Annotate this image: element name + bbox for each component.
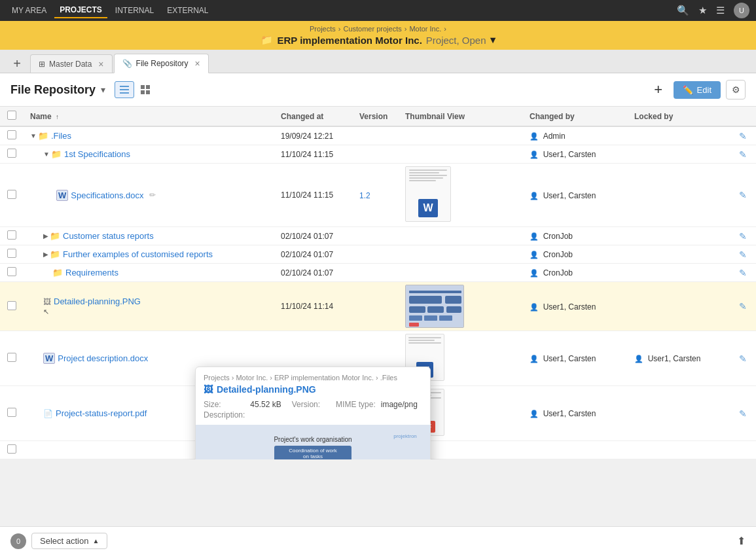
file-link[interactable]: 1st Specifications — [64, 149, 130, 159]
user-person-icon: 👤 — [530, 410, 539, 418]
admin-user-icon: 👤 — [530, 269, 539, 277]
row-checkbox[interactable] — [7, 249, 16, 258]
breadcrumb-path: Projects › Customer projects › Motor Inc… — [310, 25, 446, 33]
file-link[interactable]: Specifications.docx — [71, 190, 143, 200]
row-checkbox[interactable] — [7, 301, 16, 310]
pdf-file-icon: 📄 — [43, 409, 53, 418]
avatar[interactable]: U — [734, 3, 749, 18]
breadcrumb-customer-projects[interactable]: Customer projects — [343, 25, 401, 33]
breadcrumb-motor-inc[interactable]: Motor Inc. — [409, 25, 441, 33]
chevron-down-icon: ▾ — [490, 34, 495, 46]
svg-rect-15 — [424, 315, 437, 321]
row-edit-button[interactable]: ✎ — [739, 408, 747, 419]
repo-header: File Repository ▾ + ✏️ Edit ⚙ — [0, 73, 756, 107]
breadcrumb-projects[interactable]: Projects — [310, 25, 336, 33]
breadcrumb-sep2: › — [405, 25, 407, 33]
file-link[interactable]: .Files — [51, 131, 71, 141]
row-edit-button[interactable]: ✎ — [739, 353, 747, 364]
folder-icon: 📁 — [50, 249, 60, 259]
project-subtitle: Project, Open — [426, 35, 486, 46]
row-edit-button[interactable]: ✎ — [739, 231, 747, 242]
header-checkbox[interactable] — [7, 111, 16, 120]
row-edit-button[interactable]: ✎ — [739, 249, 747, 260]
col-header-check[interactable] — [0, 107, 24, 126]
nav-external[interactable]: EXTERNAL — [162, 3, 213, 18]
file-link[interactable]: Further examples of customised reports — [63, 249, 213, 259]
row-checkbox[interactable] — [7, 149, 16, 158]
col-header-thumbnail: Thumbnail View — [399, 107, 523, 126]
row-checkbox[interactable] — [7, 353, 16, 362]
col-thumbnail-label: Thumbnail View — [405, 112, 465, 121]
list-view-icon[interactable] — [115, 81, 134, 98]
svg-rect-0 — [120, 86, 129, 87]
svg-text:Coordination of work: Coordination of work — [289, 448, 337, 454]
svg-text:on tasks: on tasks — [303, 454, 323, 459]
table-row: ▶ 📁 Further examples of customised repor… — [0, 245, 756, 264]
row-checkbox[interactable] — [7, 230, 16, 240]
row-edit-button[interactable]: ✎ — [739, 301, 747, 312]
col-header-name[interactable]: Name ↑ — [24, 107, 274, 126]
row-edit-button[interactable]: ✎ — [739, 131, 747, 141]
tooltip-mime-value: image/png — [381, 400, 418, 409]
col-changed-at-label: Changed at — [281, 112, 323, 121]
tooltip-filename[interactable]: 🖼 Detailed-planning.PNG — [204, 384, 422, 395]
row-checkbox[interactable] — [7, 408, 16, 417]
svg-rect-6 — [146, 90, 150, 94]
tab-file-repository[interactable]: 📎 File Repository × — [114, 54, 209, 73]
tab-file-repository-close[interactable]: × — [195, 58, 200, 69]
file-link[interactable]: Requirements — [65, 268, 118, 278]
nav-projects[interactable]: PROJECTS — [54, 3, 107, 18]
col-header-changed-at[interactable]: Changed at — [274, 107, 353, 126]
tab-master-data-label: Master Data — [49, 60, 92, 69]
folder-expand-icon[interactable]: ▼ — [30, 132, 37, 139]
star-icon[interactable]: ★ — [698, 5, 707, 16]
tab-master-data-icon: ⊞ — [39, 60, 45, 69]
user-person-icon: 👤 — [530, 151, 539, 158]
admin-user-icon: 👤 — [530, 132, 539, 140]
tab-file-repository-label: File Repository — [136, 59, 189, 68]
tooltip-meta: Size: 45.52 kB Version: MIME type: image… — [196, 399, 430, 425]
nav-internal[interactable]: INTERNAL — [110, 3, 159, 18]
svg-rect-10 — [445, 296, 461, 304]
breadcrumb-bar: Projects › Customer projects › Motor Inc… — [0, 21, 756, 50]
edit-button[interactable]: ✏️ Edit — [674, 81, 721, 99]
edit-pencil-icon[interactable]: ✏ — [149, 190, 156, 200]
repo-title-chevron-icon[interactable]: ▾ — [101, 84, 105, 95]
tab-add-button[interactable]: + — [8, 54, 26, 73]
changed-by-text: CronJob — [543, 268, 573, 278]
breadcrumb-sep3: › — [444, 25, 446, 33]
file-link[interactable]: Detailed-planning.PNG — [54, 296, 141, 306]
folder-collapse-icon[interactable]: ▶ — [43, 232, 48, 240]
svg-rect-5 — [141, 90, 145, 94]
col-header-locked-by: Locked by — [628, 107, 732, 126]
folder-collapse-icon[interactable]: ▶ — [43, 251, 48, 258]
tab-master-data-close[interactable]: × — [98, 59, 103, 69]
breadcrumb-title[interactable]: 📁 ERP implementation Motor Inc. Project,… — [261, 34, 495, 46]
file-link[interactable]: Project description.docx — [58, 353, 148, 363]
menu-icon[interactable]: ☰ — [716, 5, 725, 16]
grid-view-icon[interactable] — [135, 81, 155, 98]
add-item-button[interactable]: + — [649, 80, 668, 99]
tab-master-data[interactable]: ⊞ Master Data × — [30, 54, 113, 73]
changed-by-text: User1, Carsten — [543, 409, 596, 418]
row-checkbox[interactable] — [7, 267, 16, 276]
svg-text:Project's work organisation: Project's work organisation — [274, 436, 351, 443]
row-edit-button[interactable]: ✎ — [739, 268, 747, 278]
svg-rect-11 — [409, 306, 425, 313]
search-icon[interactable]: 🔍 — [677, 5, 689, 16]
row-edit-button[interactable]: ✎ — [739, 149, 747, 160]
nav-my-area[interactable]: MY AREA — [7, 3, 52, 18]
row-checkbox[interactable] — [7, 190, 16, 199]
svg-rect-14 — [409, 315, 422, 321]
file-tooltip-popup: Projects › Motor Inc. › ERP implementati… — [195, 367, 431, 459]
row-edit-button[interactable]: ✎ — [739, 190, 747, 200]
image-file-icon: 🖼 — [43, 297, 51, 306]
row-checkbox[interactable] — [7, 444, 16, 454]
file-link[interactable]: Project-status-report.pdf — [56, 408, 147, 418]
folder-expand-icon[interactable]: ▼ — [43, 151, 50, 158]
svg-rect-9 — [409, 296, 442, 304]
filter-button[interactable]: ⚙ — [726, 80, 746, 99]
col-header-version[interactable]: Version — [353, 107, 399, 126]
row-checkbox[interactable] — [7, 130, 16, 139]
file-link[interactable]: Customer status reports — [63, 231, 154, 241]
